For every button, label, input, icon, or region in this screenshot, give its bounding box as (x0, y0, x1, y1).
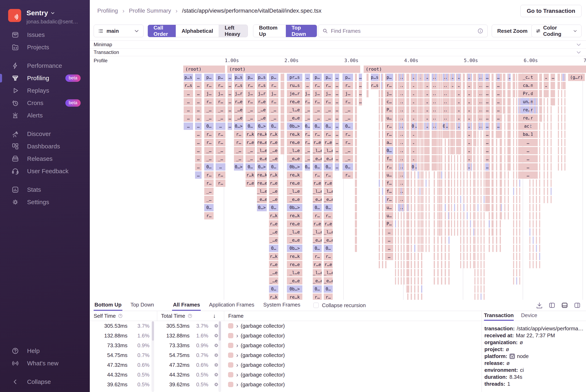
flame-frame[interactable] (425, 131, 427, 138)
flame-frame[interactable] (445, 147, 446, 154)
flame-frame[interactable] (395, 220, 396, 228)
flame-frame[interactable] (544, 180, 545, 187)
flame-frame[interactable] (395, 90, 396, 97)
flame-frame[interactable] (437, 245, 439, 252)
flame-frame[interactable] (474, 171, 475, 179)
flame-frame[interactable] (508, 114, 509, 122)
flame-frame[interactable] (480, 131, 481, 138)
flame-frame[interactable] (496, 74, 497, 81)
flame-frame[interactable]: r… (324, 294, 333, 300)
flame-frame[interactable] (395, 122, 396, 130)
flame-frame[interactable]: _e…e (287, 196, 302, 203)
sidebar-item-alerts[interactable]: Alerts (0, 109, 90, 122)
flame-frame[interactable] (419, 106, 420, 114)
flame-frame[interactable] (379, 147, 380, 154)
flame-frame[interactable]: pr…s (287, 74, 302, 81)
flame-frame[interactable]: r…e (324, 180, 333, 187)
flame-frame[interactable]: j… (324, 90, 333, 97)
flame-frame[interactable] (439, 106, 441, 114)
flame-frame[interactable]: r… (234, 139, 243, 146)
flame-frame[interactable] (513, 269, 514, 276)
flame-frame[interactable]: … (456, 98, 461, 106)
flame-frame[interactable] (492, 114, 493, 122)
flame-frame[interactable] (504, 180, 505, 187)
flame-frame[interactable] (496, 147, 497, 154)
flame-frame[interactable] (460, 147, 461, 154)
flame-frame[interactable] (558, 114, 559, 122)
flame-frame[interactable] (496, 196, 497, 203)
flame-frame[interactable] (401, 236, 402, 244)
flame-frame[interactable] (439, 147, 441, 154)
flame-frame[interactable] (529, 131, 530, 138)
flame-frame[interactable]: r…s (257, 82, 267, 89)
flame-frame[interactable]: _… (324, 114, 333, 122)
flame-frame[interactable] (429, 106, 430, 114)
flame-frame[interactable] (437, 98, 439, 106)
flame-frame[interactable] (492, 90, 493, 97)
flame-frame[interactable] (473, 114, 474, 122)
flame-frame[interactable] (519, 147, 520, 154)
flame-frame[interactable]: _… (204, 155, 214, 162)
flame-frame[interactable] (401, 90, 402, 97)
flame-frame[interactable] (456, 147, 461, 154)
flame-frame[interactable] (441, 269, 442, 276)
flame-frame[interactable] (558, 147, 559, 154)
flame-frame[interactable] (484, 180, 485, 187)
flame-frame[interactable] (463, 261, 464, 268)
flame-frame[interactable]: 0… (313, 285, 322, 293)
flame-frame[interactable] (379, 163, 380, 170)
flame-frame[interactable] (355, 147, 357, 154)
flame-frame[interactable] (529, 188, 530, 195)
flame-frame[interactable] (421, 236, 422, 244)
flame-frame[interactable]: r…e (313, 261, 322, 268)
flame-frame[interactable] (385, 228, 386, 236)
flame-frame[interactable]: 0… (324, 204, 333, 211)
flame-frame[interactable] (454, 74, 455, 81)
flame-frame[interactable] (414, 147, 415, 154)
flame-frame[interactable] (470, 122, 471, 130)
flame-frame[interactable] (539, 74, 540, 81)
collapse-recursion-checkbox[interactable] (313, 303, 319, 308)
flame-frame[interactable] (450, 114, 454, 122)
flame-frame[interactable] (544, 90, 545, 97)
flame-frame[interactable] (513, 212, 514, 220)
flame-frame[interactable] (547, 188, 548, 195)
flame-frame[interactable] (539, 82, 540, 89)
flame-frame[interactable] (489, 204, 490, 211)
flame-frame[interactable] (463, 253, 464, 260)
flame-frame[interactable] (419, 90, 420, 97)
flame-frame[interactable] (401, 196, 402, 203)
flame-frame[interactable] (398, 277, 399, 284)
flame-frame[interactable]: … (467, 90, 472, 97)
flame-frame[interactable]: _l…e (313, 269, 322, 276)
flame-frame[interactable]: p…s (257, 74, 267, 81)
flame-frame[interactable] (460, 90, 461, 97)
flame-frame[interactable] (500, 228, 501, 236)
flame-frame[interactable]: p…s (234, 74, 243, 81)
flame-frame[interactable] (513, 155, 514, 162)
flame-frame[interactable]: _…e (257, 106, 267, 114)
flame-frame[interactable] (540, 90, 542, 97)
flame-frame[interactable] (437, 147, 439, 154)
flame-frame[interactable] (355, 82, 357, 89)
flame-frame[interactable] (484, 204, 485, 211)
flame-frame[interactable] (379, 131, 380, 138)
flame-frame[interactable] (457, 106, 458, 114)
flame-frame[interactable] (529, 220, 530, 228)
frame-row[interactable]: ›(garbage collector) (224, 380, 481, 389)
flame-frame[interactable] (477, 82, 478, 89)
flame-frame[interactable]: _l…e (287, 147, 302, 154)
flame-frame[interactable] (467, 74, 468, 81)
flame-frame[interactable] (484, 147, 485, 154)
flame-frame[interactable] (419, 122, 420, 130)
flame-frame[interactable] (500, 245, 501, 252)
flame-frame[interactable] (429, 188, 430, 195)
flame-frame[interactable] (564, 74, 565, 81)
flame-frame[interactable]: _… (324, 106, 333, 114)
flame-frame[interactable] (404, 98, 405, 106)
flame-frame[interactable] (473, 106, 474, 114)
flame-frame[interactable] (385, 196, 386, 203)
flame-frame[interactable] (501, 188, 502, 195)
flame-frame[interactable] (470, 171, 471, 179)
flame-frame[interactable] (470, 220, 471, 228)
